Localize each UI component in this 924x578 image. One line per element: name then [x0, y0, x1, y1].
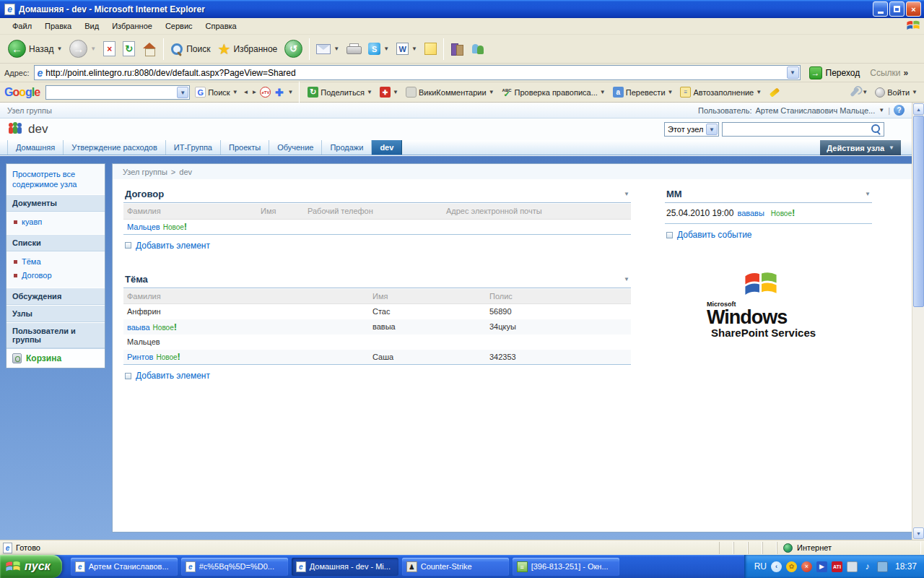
- google-next-icon[interactable]: ►: [251, 89, 257, 95]
- tab-projects[interactable]: Проекты: [221, 140, 269, 155]
- mail-button[interactable]: ▼: [313, 42, 343, 56]
- autofill-button[interactable]: ≡ Автозаполнение ▼: [678, 85, 764, 99]
- skype-chevron-down-icon[interactable]: ▼: [383, 46, 389, 52]
- red-badge-button[interactable]: ✚ ▼: [378, 85, 401, 99]
- google-search-chevron-icon[interactable]: ▼: [232, 89, 238, 95]
- home-button[interactable]: [139, 40, 160, 58]
- links-label[interactable]: Ссылки: [870, 68, 900, 78]
- google-logo[interactable]: Google: [4, 86, 40, 99]
- autofill-chevron-icon[interactable]: ▼: [756, 89, 762, 95]
- tray-clock[interactable]: 18:37: [895, 561, 917, 571]
- scroll-up-button[interactable]: ▲: [913, 103, 924, 115]
- stop-button[interactable]: ×: [100, 39, 119, 59]
- go-button[interactable]: → Переход: [806, 66, 863, 80]
- share-button[interactable]: ↻ Поделиться ▼: [305, 85, 375, 99]
- address-input[interactable]: e http://point.elintegro.ru:8080/dev/def…: [34, 65, 801, 80]
- help-icon[interactable]: ?: [894, 105, 905, 116]
- ati-icon[interactable]: ATI: [832, 561, 842, 572]
- menu-item-file[interactable]: Файл: [6, 20, 38, 33]
- signin-chevron-icon[interactable]: ▼: [912, 89, 918, 95]
- network-icon[interactable]: [877, 561, 888, 572]
- add-gadget-chevron-icon[interactable]: ▼: [287, 89, 293, 95]
- icq-flower-icon[interactable]: ✿: [786, 561, 797, 572]
- tema-title-link[interactable]: Тёма: [125, 274, 148, 285]
- close-button[interactable]: ×: [906, 1, 921, 17]
- maximize-button[interactable]: [889, 1, 905, 17]
- add-event-link[interactable]: Добавить событие: [666, 230, 872, 240]
- add-item-link[interactable]: Добавить элемент: [125, 241, 631, 251]
- spellcheck-chevron-icon[interactable]: ▼: [600, 89, 606, 95]
- mail-chevron-down-icon[interactable]: ▼: [334, 46, 339, 52]
- menu-item-tools[interactable]: Сервис: [159, 20, 199, 33]
- menu-item-view[interactable]: Вид: [78, 20, 105, 33]
- webpart-menu-chevron-icon[interactable]: ▼: [624, 276, 629, 282]
- tab-training[interactable]: Обучение: [269, 140, 322, 155]
- tab-it-group[interactable]: ИТ-Группа: [166, 140, 221, 155]
- column-header[interactable]: Рабочий телефон: [304, 204, 443, 219]
- skype-button[interactable]: S ▼: [365, 40, 393, 57]
- recycle-bin-link[interactable]: Корзина: [6, 348, 105, 368]
- scroll-down-button[interactable]: ▼: [913, 527, 924, 539]
- dogovor-title-link[interactable]: Договор: [125, 189, 164, 199]
- toolbar-options-button[interactable]: ▼: [847, 87, 870, 97]
- sidebar-header-documents[interactable]: Документы: [6, 194, 105, 212]
- search-go-icon[interactable]: [871, 124, 881, 134]
- media-player-icon[interactable]: ▶: [816, 561, 827, 572]
- sidebar-item-dogovor[interactable]: Договор: [6, 267, 105, 281]
- item-link[interactable]: Мальцев: [127, 223, 160, 231]
- sidebar-item-kuavp[interactable]: куавп: [6, 214, 105, 228]
- sidebar-item-tema[interactable]: Тёма: [6, 254, 105, 267]
- menu-item-edit[interactable]: Правка: [38, 20, 78, 33]
- mm-title-link[interactable]: ММ: [666, 189, 682, 199]
- minimize-button[interactable]: [873, 1, 888, 17]
- back-button[interactable]: ← Назад ▼: [4, 38, 66, 60]
- menu-item-favorites[interactable]: Избранное: [105, 20, 159, 33]
- search-scope-select[interactable]: Этот узел ▼: [664, 122, 719, 137]
- site-search-input[interactable]: [722, 122, 884, 137]
- google-search-input[interactable]: ▼: [45, 85, 190, 100]
- favorites-button[interactable]: ★ Избранное: [214, 40, 282, 58]
- links-bar[interactable]: Ссылки »: [870, 68, 908, 78]
- google-search-button[interactable]: G Поиск ▼: [193, 85, 240, 99]
- highlighter-icon[interactable]: [770, 87, 780, 98]
- options-chevron-icon[interactable]: ▼: [862, 89, 868, 95]
- column-header[interactable]: Адрес электронной почты: [443, 204, 631, 219]
- links-chevron-icon[interactable]: »: [903, 68, 908, 78]
- column-header[interactable]: Полис: [486, 289, 631, 304]
- signin-button[interactable]: Войти ▼: [873, 86, 920, 99]
- add-gadget-button[interactable]: ✚: [274, 87, 284, 98]
- language-indicator[interactable]: RU: [754, 561, 767, 571]
- taskbar-button-1[interactable]: e Артем Станиславов...: [71, 558, 178, 576]
- red-badge-chevron-icon[interactable]: ▼: [393, 89, 398, 95]
- taskbar-button-icq[interactable]: ≡ [396-813-251] - Окн...: [513, 558, 619, 576]
- address-dropdown-button[interactable]: ▼: [787, 66, 799, 79]
- taskbar-button-counter-strike[interactable]: ♟ Counter-Strike: [402, 558, 509, 576]
- scope-chevron-down-icon[interactable]: ▼: [706, 124, 718, 135]
- translate-button[interactable]: а Перевести ▼: [611, 85, 676, 99]
- user-chevron-down-icon[interactable]: ▼: [879, 107, 884, 113]
- tab-sales[interactable]: Продажи: [322, 140, 372, 155]
- translate-chevron-icon[interactable]: ▼: [668, 89, 674, 95]
- taskbar-button-active[interactable]: e Домашняя - dev - Mi...: [292, 558, 398, 576]
- menu-item-help[interactable]: Справка: [199, 20, 243, 33]
- add-item-link[interactable]: Добавить элемент: [125, 371, 631, 381]
- scrollbar-thumb[interactable]: [913, 116, 924, 307]
- google-prev-icon[interactable]: ◄: [243, 89, 249, 95]
- history-button[interactable]: ↺: [281, 38, 306, 60]
- wiki-chevron-icon[interactable]: ▼: [489, 89, 494, 95]
- item-link[interactable]: Ринтов: [127, 353, 153, 361]
- column-header[interactable]: Фамилия: [123, 289, 369, 304]
- tray-chevron-icon[interactable]: ‹: [771, 561, 782, 572]
- portal-breadcrumb-link[interactable]: Узел группы: [7, 106, 52, 115]
- tab-expense-approval[interactable]: Утверждение расходов: [64, 140, 166, 155]
- note-button[interactable]: [421, 40, 440, 57]
- messenger-button[interactable]: [467, 40, 489, 57]
- sidebar-header-lists[interactable]: Списки: [6, 234, 105, 251]
- word-chevron-down-icon[interactable]: ▼: [411, 46, 417, 52]
- webpart-menu-chevron-icon[interactable]: ▼: [624, 191, 629, 197]
- spellcheck-button[interactable]: ABC✓ Проверка правописа... ▼: [500, 85, 608, 99]
- vertical-scrollbar[interactable]: ▲ ▼: [912, 103, 924, 540]
- column-header[interactable]: Имя: [257, 204, 304, 219]
- share-chevron-icon[interactable]: ▼: [367, 89, 372, 95]
- search-button[interactable]: Поиск: [167, 40, 214, 58]
